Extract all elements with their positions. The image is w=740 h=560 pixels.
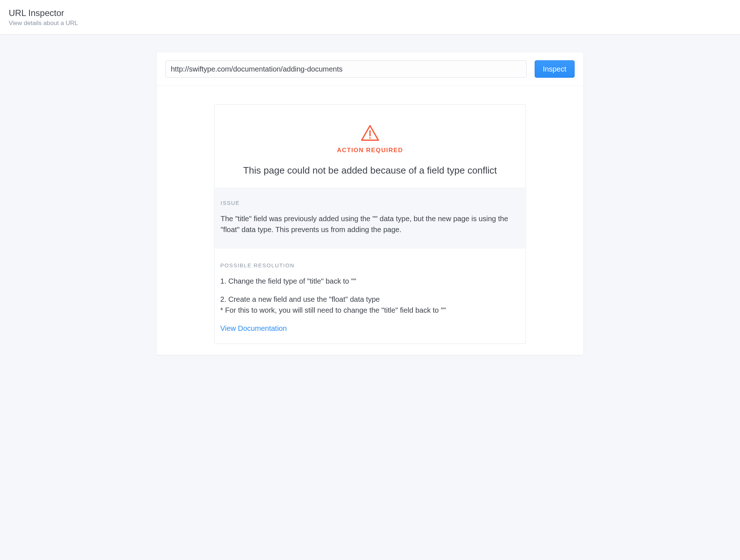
resolution-section: POSSIBLE RESOLUTION 1. Change the field … <box>214 248 526 344</box>
page-title: URL Inspector <box>9 8 731 18</box>
result-headline: This page could not be added because of … <box>222 165 518 176</box>
result-panel: ACTION REQUIRED This page could not be a… <box>214 104 526 344</box>
svg-point-1 <box>369 137 371 139</box>
warning-icon <box>361 125 379 142</box>
resolution-step-2: 2. Create a new field and use the "float… <box>220 294 520 305</box>
page-subtitle: View details about a URL <box>9 20 731 27</box>
action-required-badge: ACTION REQUIRED <box>222 147 518 154</box>
issue-text: The "title" field was previously added u… <box>221 213 519 235</box>
inspect-button[interactable]: Inspect <box>535 60 575 78</box>
inspect-bar: Inspect <box>157 52 583 86</box>
view-documentation-link[interactable]: View Documentation <box>220 324 287 333</box>
issue-section: ISSUE The "title" field was previously a… <box>215 188 525 248</box>
page-body: Inspect ACTION REQUIRED This page could … <box>0 35 740 377</box>
inspector-card: Inspect ACTION REQUIRED This page could … <box>156 52 584 355</box>
resolution-note: * For this to work, you will still need … <box>220 305 520 316</box>
issue-label: ISSUE <box>221 200 519 206</box>
resolution-label: POSSIBLE RESOLUTION <box>220 262 520 268</box>
result-header: ACTION REQUIRED This page could not be a… <box>214 105 526 188</box>
resolution-step-1: 1. Change the field type of "title" back… <box>220 276 520 287</box>
page-header: URL Inspector View details about a URL <box>0 0 740 35</box>
url-input[interactable] <box>165 60 527 78</box>
